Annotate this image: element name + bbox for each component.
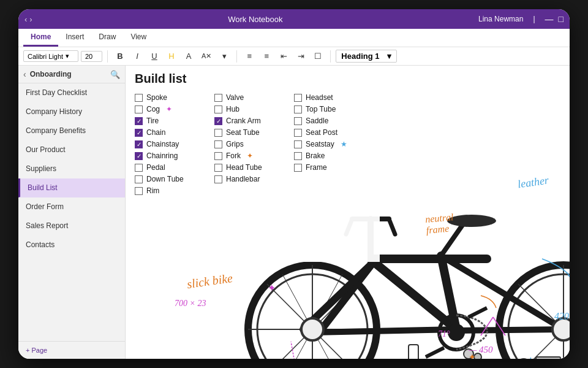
item-label: Chainring [146,151,178,160]
checkbox[interactable] [214,152,222,160]
format-dropdown[interactable]: ▾ [217,50,232,63]
underline-button[interactable]: U [147,50,162,63]
sidebar-back-button[interactable]: ‹ [23,69,26,79]
list-item[interactable]: Headset [294,93,355,102]
highlight-button[interactable]: H [164,50,179,63]
checkbox-button[interactable]: ☐ [311,50,325,63]
font-size-selector[interactable]: 20 [81,51,102,62]
checkbox-checked[interactable]: ✓ [135,152,143,160]
italic-button[interactable]: I [130,50,145,63]
divider: | [533,15,535,23]
checkbox[interactable] [135,105,143,113]
list-item[interactable]: ✓ Crank Arm [214,117,276,125]
list-item[interactable]: Valve [214,93,276,102]
item-label: Chain [146,128,165,137]
checkbox-checked[interactable]: ✓ [135,129,143,137]
list-item[interactable]: Top Tube [294,105,355,113]
list-item[interactable]: Grips [214,140,276,148]
list-item[interactable]: Handlebar [214,175,276,183]
sidebar-item-company-benefits[interactable]: Company Benefits [18,121,125,140]
minimize-button[interactable]: — [545,14,554,24]
sidebar-item-company-history[interactable]: Company History [18,102,125,121]
heading-dropdown-icon: ▾ [387,52,391,61]
checkbox[interactable] [294,94,302,102]
list-item[interactable]: ✓ Chainstay [135,140,196,148]
search-button[interactable]: 🔍 [110,70,120,79]
list-item[interactable]: ✓ Chainring [135,151,196,160]
tab-insert[interactable]: Insert [58,29,91,47]
checkbox[interactable] [135,94,143,102]
checkbox-checked[interactable]: ✓ [135,140,143,148]
nav-buttons[interactable]: ‹ › [24,15,32,24]
checkbox[interactable] [294,164,302,172]
page-canvas: ✦ ✦ ★ Build list [126,66,570,359]
tab-home[interactable]: Home [23,29,58,47]
checkbox[interactable] [135,175,143,183]
checkbox[interactable] [294,140,302,148]
numbered-list-button[interactable]: ≡ [259,50,274,63]
item-label: Grips [226,140,244,148]
list-item[interactable]: Spoke [135,93,196,102]
window-controls[interactable]: — □ [545,14,564,24]
list-item[interactable]: Cog ✦ [135,105,196,113]
maximize-button[interactable]: □ [559,14,564,24]
checkbox[interactable] [214,140,222,148]
checkbox[interactable] [214,164,222,172]
list-item[interactable]: Frame [294,163,355,172]
sidebar-item-contacts[interactable]: Contacts [18,236,125,255]
decrease-indent-button[interactable]: ⇤ [276,50,291,63]
sidebar-item-our-product[interactable]: Our Product [18,140,125,159]
list-item[interactable]: Pedal [135,163,196,172]
annotation-neutral-frame: neutralframe [425,212,455,236]
checkbox[interactable] [294,105,302,113]
list-item[interactable]: Seatstay ★ [294,140,355,148]
font-family-selector[interactable]: Calibri Light ▾ [23,50,78,62]
clear-format-button[interactable]: A✕ [198,50,214,62]
item-label: Spoke [146,93,167,102]
tab-draw[interactable]: Draw [91,29,123,47]
list-item[interactable]: ✓ Chain [135,128,196,137]
list-item[interactable]: Saddle [294,117,355,125]
item-label: Tire [146,117,159,125]
sidebar-item-first-day[interactable]: First Day Checklist [18,83,125,102]
star-icon: ★ [341,140,347,148]
list-item[interactable]: Hub [214,105,276,113]
checkbox[interactable] [135,187,143,195]
back-button[interactable]: ‹ [24,15,27,24]
sidebar-item-build-list[interactable]: Build List [18,178,125,197]
forward-button[interactable]: › [29,15,32,24]
checkbox[interactable] [294,152,302,160]
checkbox-checked[interactable]: ✓ [135,117,143,125]
list-item[interactable]: Down Tube [135,175,196,183]
bold-button[interactable]: B [113,50,127,63]
list-item[interactable]: Seat Tube [214,128,276,137]
add-page-button[interactable]: + Page [18,341,125,359]
checkbox[interactable] [214,105,222,113]
font-color-button[interactable]: A [181,50,196,63]
checkbox[interactable] [214,175,222,183]
svg-text:★: ★ [527,355,535,359]
list-item[interactable]: Brake [294,151,355,160]
list-item[interactable]: ✓ Tire [135,117,196,125]
list-item[interactable]: Head Tube [214,163,276,172]
checkbox[interactable] [214,94,222,102]
font-dropdown-icon: ▾ [66,52,69,60]
item-label: Down Tube [146,175,184,183]
sidebar-item-suppliers[interactable]: Suppliers [18,159,125,178]
checkbox[interactable] [294,117,302,125]
increase-indent-button[interactable]: ⇥ [293,50,308,63]
checkbox[interactable] [135,164,143,172]
list-item[interactable]: Seat Post [294,128,355,137]
ribbon: Home Insert Draw View Calibri Light ▾ 20… [18,29,570,66]
checkbox[interactable] [214,129,222,137]
bullet-list-button[interactable]: ≡ [242,50,257,63]
sidebar-item-order-form[interactable]: Order Form [18,197,125,217]
list-item[interactable]: Fork ✦ [214,151,276,160]
notebook-name: Onboarding [30,70,107,79]
checkbox[interactable] [294,129,302,137]
tab-view[interactable]: View [123,29,154,47]
checkbox-checked[interactable]: ✓ [214,117,222,125]
list-item[interactable]: Rim [135,186,196,195]
heading-selector[interactable]: Heading 1 ▾ [336,50,397,63]
sidebar-item-sales-report[interactable]: Sales Report [18,217,125,236]
